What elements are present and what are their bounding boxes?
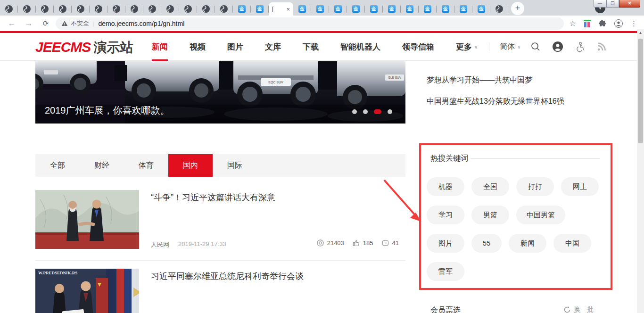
tab-sports[interactable]: 体育 <box>124 154 168 177</box>
forward-button[interactable]: → <box>24 19 34 28</box>
refresh-icon <box>563 306 571 313</box>
rss-icon[interactable] <box>596 41 607 52</box>
browser-tab[interactable] <box>197 2 215 16</box>
browser-tab[interactable]: 金 <box>347 2 365 16</box>
nav-item-download[interactable]: 下载 <box>303 41 319 52</box>
browser-tab[interactable] <box>215 2 233 16</box>
keyword-pill[interactable]: 中国男篮 <box>516 206 565 224</box>
nav-item-pictures[interactable]: 图片 <box>227 41 243 52</box>
keyword-pill[interactable]: 学习 <box>427 206 464 224</box>
browser-tab[interactable] <box>179 2 197 16</box>
news-article[interactable]: W.PREDSEDNIK.RS 习近平同塞尔维亚总统尼科利奇举行会谈 <box>35 269 405 313</box>
accessibility-icon[interactable] <box>575 41 585 52</box>
reload-button[interactable]: ⟳ <box>41 19 51 28</box>
tab-international[interactable]: 国际 <box>213 154 257 177</box>
back-button[interactable]: ← <box>7 19 17 28</box>
profile-avatar-icon[interactable] <box>614 19 623 28</box>
browser-tab[interactable]: 金 <box>365 2 383 16</box>
carousel-caption: 2019广州车展，你喜欢哪款。 <box>45 104 170 117</box>
window-close-button[interactable]: ✕ <box>619 0 640 8</box>
browser-tab-active[interactable]: [× <box>269 2 293 16</box>
window-restore-button[interactable]: ❐ <box>606 0 619 8</box>
views-icon <box>317 239 324 247</box>
browser-tab[interactable] <box>54 2 72 16</box>
browser-tab[interactable] <box>90 2 107 16</box>
gold-favicon: 金 <box>406 5 413 13</box>
tab-close-icon[interactable]: × <box>286 6 290 12</box>
browser-tab[interactable] <box>161 2 179 16</box>
news-article[interactable]: “斗争”！习近平这篇讲话大有深意 人民网 2019-11-29 17:33 21… <box>35 190 405 249</box>
keyword-pill[interactable]: 男篮 <box>471 206 509 224</box>
globe-favicon <box>166 5 174 13</box>
page-scrollbar[interactable]: ▲ <box>637 29 644 313</box>
browser-menu-icon[interactable]: ⋮ <box>630 19 637 28</box>
comments-stat[interactable]: 41 <box>382 239 399 247</box>
browser-tab[interactable]: 金 <box>233 2 251 16</box>
carousel-dot[interactable] <box>363 109 368 114</box>
url-text[interactable]: demo.jeecms.com/p1/gn.html <box>98 20 184 27</box>
browser-tab[interactable]: 金 <box>472 2 490 16</box>
keyword-pill[interactable]: 雷军 <box>427 262 464 281</box>
nav-more[interactable]: 更多 ∨ <box>456 41 478 52</box>
keyword-pill[interactable]: 中国 <box>553 234 591 253</box>
keyword-pill[interactable]: 55 <box>471 234 502 253</box>
tab-finance[interactable]: 财经 <box>80 154 124 177</box>
carousel-dot[interactable] <box>352 109 357 114</box>
search-icon[interactable] <box>530 41 541 52</box>
carousel[interactable]: EQC SUV GLE SUV 2019广州车展，你喜欢哪款。 <box>35 61 405 124</box>
tab-all[interactable]: 全部 <box>35 154 80 177</box>
browser-window: 金金[×金金金金金金金金金金金 + ▼ — ❐ ✕ ← → ⟳ 不安全 | de… <box>0 0 644 313</box>
browser-tab[interactable]: 金 <box>401 2 419 16</box>
scrollbar-thumb[interactable] <box>638 39 643 143</box>
browser-tab[interactable]: 金 <box>293 2 311 16</box>
side-headline[interactable]: 梦想从学习开始——共筑中国梦 <box>427 75 532 85</box>
keyword-pill[interactable]: 网上 <box>561 177 599 196</box>
keyword-pill[interactable]: 打打 <box>516 177 554 196</box>
site-logo[interactable]: JEECMS演示站 <box>35 39 133 57</box>
gold-favicon: 金 <box>238 5 246 13</box>
browser-tab[interactable] <box>143 2 161 16</box>
nav-item-news[interactable]: 新闻 <box>152 41 168 52</box>
side-headline[interactable]: 中国男篮生死战13分落败无缘世界杯16强 <box>427 97 564 107</box>
keyword-pill[interactable]: 图片 <box>427 234 464 253</box>
nav-item-video[interactable]: 视频 <box>190 41 206 52</box>
keyword-pill[interactable]: 机器 <box>427 177 464 196</box>
browser-tab[interactable]: 金 <box>383 2 401 16</box>
address-bar[interactable]: 不安全 | demo.jeecms.com/p1/gn.html <box>56 17 564 30</box>
keyword-pill[interactable]: 新闻 <box>509 234 546 253</box>
browser-tab[interactable] <box>490 2 508 16</box>
browser-tab[interactable]: 金 <box>311 2 329 16</box>
keyword-pill[interactable]: 全国 <box>471 177 509 196</box>
browser-tab[interactable] <box>18 2 36 16</box>
nav-item-library[interactable]: 文库 <box>265 41 281 52</box>
article-title[interactable]: “斗争”！习近平这篇讲话大有深意 <box>151 192 275 203</box>
tab-domestic[interactable]: 国内 <box>168 154 213 177</box>
browser-tab[interactable] <box>72 2 90 16</box>
browser-tab[interactable] <box>107 2 125 16</box>
browser-tab[interactable]: 金 <box>437 2 454 16</box>
window-minimize-button[interactable]: — <box>594 0 606 8</box>
language-select[interactable]: 简体 ∨ <box>500 42 520 52</box>
article-thumbnail[interactable] <box>35 190 139 249</box>
browser-tab[interactable]: 金 <box>419 2 437 16</box>
likes-stat[interactable]: 185 <box>353 239 373 247</box>
carousel-dot-active[interactable] <box>374 109 381 114</box>
bookmark-star-icon[interactable]: ☆ <box>570 19 576 28</box>
article-title[interactable]: 习近平同塞尔维亚总统尼科利奇举行会谈 <box>151 271 304 282</box>
refresh-batch-button[interactable]: 换一批 <box>563 305 594 313</box>
scrollbar-up-arrow[interactable]: ▲ <box>637 29 644 37</box>
browser-tab[interactable] <box>36 2 54 16</box>
user-avatar-icon[interactable] <box>552 41 563 52</box>
browser-tab[interactable] <box>125 2 143 16</box>
browser-tab[interactable]: 金 <box>454 2 472 16</box>
carousel-dot[interactable] <box>388 109 392 114</box>
article-thumbnail[interactable]: W.PREDSEDNIK.RS <box>35 269 139 313</box>
nav-item-robot[interactable]: 智能机器人 <box>340 41 380 52</box>
browser-tab[interactable]: 金 <box>251 2 269 16</box>
browser-tab[interactable] <box>0 2 18 16</box>
browser-tab[interactable]: 金 <box>329 2 347 16</box>
new-tab-button[interactable]: + <box>511 2 524 15</box>
nav-item-mailbox[interactable]: 领导信箱 <box>402 41 434 52</box>
poll-extension-icon[interactable] <box>584 20 591 27</box>
extensions-puzzle-icon[interactable] <box>599 19 607 27</box>
